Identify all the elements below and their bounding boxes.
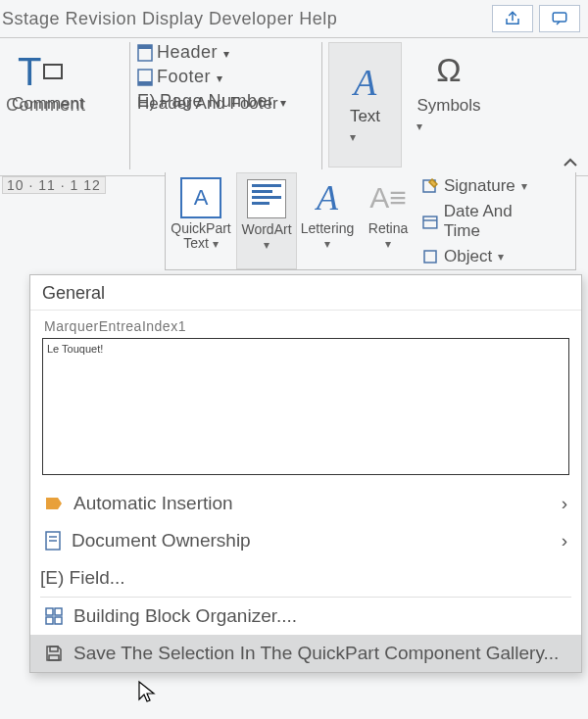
ruler: 10 · 11 · 1 12 bbox=[2, 176, 106, 194]
quickpart-preview[interactable]: Le Touquet! bbox=[42, 338, 569, 475]
wordart-icon bbox=[247, 179, 286, 218]
menu-field[interactable]: [E) Field... bbox=[30, 559, 581, 597]
svg-rect-4 bbox=[138, 81, 152, 85]
lettering-icon: A bbox=[317, 177, 338, 218]
autotext-icon bbox=[44, 494, 64, 513]
menu-save-selection[interactable]: Save The Selection In The QuickPart Comp… bbox=[30, 635, 581, 672]
text-label: Text▾ bbox=[350, 107, 380, 146]
quickpart-menu: General MarquerEntreaIndex1 Le Touquet! … bbox=[29, 274, 582, 673]
ribbon: T Comment Comment Header Footer E) Page … bbox=[0, 37, 588, 176]
svg-rect-8 bbox=[424, 251, 436, 263]
comments-button[interactable] bbox=[539, 5, 580, 32]
menu-bar: Sstage Revision Display Developer Help bbox=[0, 0, 588, 37]
menu-section-general: General bbox=[30, 275, 581, 311]
comment-box-icon bbox=[43, 64, 63, 79]
comments-icon bbox=[551, 10, 568, 27]
lettering-label: Lettering bbox=[301, 220, 354, 236]
signature-icon bbox=[422, 178, 438, 194]
svg-rect-16 bbox=[50, 647, 58, 651]
chevron-down-icon bbox=[215, 67, 223, 87]
omega-icon: Ω bbox=[436, 50, 461, 90]
svg-rect-0 bbox=[553, 13, 566, 22]
share-icon bbox=[504, 10, 521, 27]
chevron-right-icon: › bbox=[562, 530, 567, 551]
header-label: Header bbox=[157, 42, 218, 63]
document-property-icon bbox=[44, 531, 62, 551]
group-header-footer: Header Footer E) Page Number Header And … bbox=[137, 42, 314, 116]
svg-rect-12 bbox=[46, 608, 53, 615]
group-title-comment: Comment bbox=[12, 94, 84, 114]
text-subribbon: A QuickPartText ▾ WordArt▾ A Lettering▾ … bbox=[165, 172, 576, 270]
menu-document-ownership[interactable]: Document Ownership › bbox=[30, 522, 581, 559]
menu-automatic-insertion[interactable]: Automatic Insertion › bbox=[30, 485, 581, 522]
organizer-icon bbox=[44, 606, 64, 626]
svg-rect-17 bbox=[49, 655, 59, 660]
save-selection-label: Save The Selection In The QuickPart Comp… bbox=[74, 643, 559, 664]
text-dropdown-button[interactable]: A Text▾ bbox=[328, 42, 402, 168]
save-icon bbox=[44, 644, 64, 663]
collapse-ribbon-button[interactable] bbox=[563, 156, 578, 171]
footer-label: Footer bbox=[157, 67, 211, 87]
quickpart-icon: A bbox=[180, 177, 221, 218]
cursor-icon bbox=[137, 680, 157, 705]
retina-label: Retina bbox=[368, 220, 408, 236]
chevron-down-icon bbox=[278, 91, 287, 112]
svg-rect-15 bbox=[55, 617, 62, 624]
symbols-label: Symbols▾ bbox=[416, 96, 480, 135]
divider bbox=[129, 42, 130, 169]
group-comment: T Comment Comment bbox=[6, 42, 123, 116]
calendar-icon bbox=[422, 214, 438, 229]
date-time-button[interactable]: Date And Time bbox=[422, 202, 552, 241]
comment-button[interactable]: T bbox=[18, 52, 123, 91]
wordart-label: WordArt bbox=[241, 221, 291, 237]
automatic-insertion-label: Automatic Insertion bbox=[74, 493, 233, 514]
date-time-label: Date And Time bbox=[444, 202, 552, 241]
menu-entry-name: MarquerEntreaIndex1 bbox=[30, 311, 581, 338]
divider bbox=[321, 42, 322, 169]
header-icon bbox=[137, 44, 153, 62]
chevron-up-icon bbox=[563, 157, 578, 168]
dropcap-icon: A≡ bbox=[369, 181, 407, 215]
footer-icon bbox=[137, 69, 153, 86]
building-block-label: Building Block Organizer.... bbox=[74, 605, 297, 627]
signature-button[interactable]: Signature ▾ bbox=[422, 176, 552, 196]
chevron-down-icon bbox=[221, 42, 230, 63]
svg-rect-13 bbox=[55, 608, 62, 615]
document-ownership-label: Document Ownership bbox=[72, 530, 251, 551]
svg-rect-2 bbox=[138, 45, 152, 49]
menu-building-block[interactable]: Building Block Organizer.... bbox=[30, 598, 581, 635]
quickpart-button[interactable]: A QuickPartText ▾ bbox=[166, 172, 236, 269]
dropcap-button[interactable]: A≡ Retina▾ bbox=[358, 172, 418, 269]
text-a-icon: A bbox=[354, 64, 376, 101]
svg-rect-14 bbox=[46, 617, 53, 624]
menu-items[interactable]: Sstage Revision Display Developer Help bbox=[2, 9, 337, 29]
object-label: Object bbox=[444, 247, 492, 266]
object-button[interactable]: Object ▾ bbox=[422, 247, 552, 266]
object-icon bbox=[422, 249, 438, 264]
header-button[interactable]: Header bbox=[137, 42, 314, 63]
comment-t-icon: T bbox=[18, 52, 41, 91]
lettering-button[interactable]: A Lettering▾ bbox=[297, 172, 358, 269]
signature-label: Signature bbox=[444, 176, 515, 196]
group-title-header-footer: Header And Footer bbox=[137, 94, 278, 114]
chevron-right-icon: › bbox=[562, 493, 567, 514]
share-button[interactable] bbox=[492, 5, 533, 32]
wordart-button[interactable]: WordArt▾ bbox=[236, 172, 297, 269]
svg-rect-6 bbox=[423, 216, 437, 228]
symbols-dropdown-button[interactable]: Ω Symbols▾ bbox=[410, 42, 488, 135]
text-extra-column: Signature ▾ Date And Time Object ▾ bbox=[418, 172, 556, 269]
footer-button[interactable]: Footer bbox=[137, 67, 314, 87]
quickpart-label: QuickPart bbox=[171, 220, 230, 236]
